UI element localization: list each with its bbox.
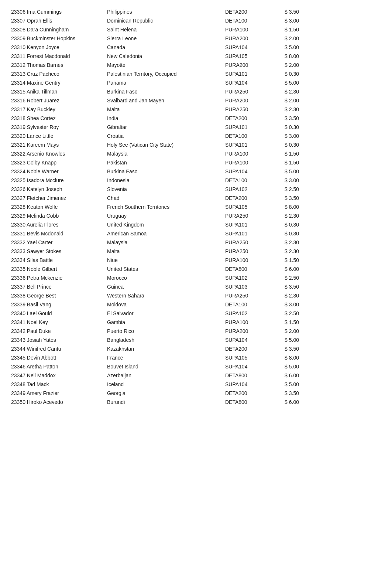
row-name: 23325 Isadora Mcclure [11, 177, 107, 183]
table-row: 23339 Basil VangMoldovaDETA100$ 3.00 [11, 300, 381, 309]
row-country: Saint Helena [107, 27, 225, 33]
row-price: $ 2.30 [269, 239, 299, 245]
row-plan: PURA250 [225, 89, 269, 95]
row-country: Sierra Leone [107, 35, 225, 41]
data-table: 23306 Ima CummingsPhilippinesDETA200$ 3.… [11, 7, 381, 406]
table-row: 23350 Hiroko AcevedoBurundiDETA800$ 6.00 [11, 398, 381, 406]
row-price: $ 5.00 [269, 80, 299, 86]
row-price: $ 3.00 [269, 133, 299, 139]
row-country: Gibraltar [107, 124, 225, 130]
row-name: 23319 Sylvester Roy [11, 124, 107, 130]
row-plan: DETA100 [225, 133, 269, 139]
row-price: $ 3.50 [269, 115, 299, 121]
row-name: 23329 Melinda Cobb [11, 213, 107, 219]
row-price: $ 0.30 [269, 142, 299, 148]
row-name: 23323 Colby Knapp [11, 160, 107, 166]
row-plan: SUPA104 [225, 169, 269, 174]
row-plan: PURA250 [225, 239, 269, 245]
row-price: $ 1.50 [269, 151, 299, 157]
row-plan: SUPA105 [225, 53, 269, 59]
row-country: Kazakhstan [107, 346, 225, 352]
row-name: 23313 Cruz Pacheco [11, 71, 107, 77]
row-name: 23306 Ima Cummings [11, 9, 107, 15]
row-name: 23344 Winifred Cantu [11, 346, 107, 352]
table-row: 23325 Isadora McclureIndonesiaDETA100$ 3… [11, 176, 381, 185]
row-plan: SUPA101 [225, 231, 269, 237]
row-country: Malta [107, 248, 225, 254]
row-plan: PURA100 [225, 257, 269, 263]
row-country: Malaysia [107, 151, 225, 157]
row-plan: SUPA102 [225, 310, 269, 316]
row-plan: SUPA101 [225, 222, 269, 228]
row-country: Azerbaijan [107, 372, 225, 378]
row-country: Panama [107, 80, 225, 86]
row-plan: DETA800 [225, 372, 269, 378]
row-country: Palestinian Territory, Occupied [107, 71, 225, 77]
row-name: 23318 Shea Cortez [11, 115, 107, 121]
row-plan: DETA200 [225, 115, 269, 121]
table-row: 23330 Aurelia FloresUnited KingdomSUPA10… [11, 220, 381, 229]
row-name: 23347 Nell Maddox [11, 372, 107, 378]
table-row: 23306 Ima CummingsPhilippinesDETA200$ 3.… [11, 7, 381, 16]
table-row: 23310 Kenyon JoyceCanadaSUPA104$ 5.00 [11, 43, 381, 52]
table-row: 23308 Dara CunninghamSaint HelenaPURA100… [11, 25, 381, 34]
row-name: 23345 Devin Abbott [11, 355, 107, 361]
row-plan: DETA200 [225, 195, 269, 201]
row-price: $ 2.30 [269, 89, 299, 95]
row-name: 23328 Keaton Wolfe [11, 204, 107, 210]
row-price: $ 2.50 [269, 186, 299, 192]
row-country: Canada [107, 44, 225, 50]
table-row: 23331 Bevis McdonaldAmerican SamoaSUPA10… [11, 229, 381, 238]
row-country: Puerto Rico [107, 328, 225, 334]
row-country: American Samoa [107, 231, 225, 237]
table-row: 23326 Katelyn JosephSloveniaSUPA102$ 2.5… [11, 185, 381, 194]
table-row: 23319 Sylvester RoyGibraltarSUPA101$ 0.3… [11, 123, 381, 132]
row-country: Malaysia [107, 239, 225, 245]
row-plan: DETA800 [225, 399, 269, 405]
row-country: Burundi [107, 399, 225, 405]
row-name: 23346 Aretha Patton [11, 364, 107, 370]
row-country: Mayotte [107, 62, 225, 68]
table-row: 23307 Oprah EllisDominican RepublicDETA1… [11, 16, 381, 25]
row-name: 23334 Silas Battle [11, 257, 107, 263]
row-price: $ 8.00 [269, 204, 299, 210]
row-country: Dominican Republic [107, 18, 225, 24]
row-name: 23309 Buckminster Hopkins [11, 35, 107, 41]
row-name: 23333 Sawyer Stokes [11, 248, 107, 254]
row-name: 23324 Noble Warner [11, 169, 107, 174]
table-row: 23320 Lance LittleCroatiaDETA100$ 3.00 [11, 132, 381, 140]
row-plan: PURA250 [225, 106, 269, 112]
row-plan: SUPA102 [225, 186, 269, 192]
table-row: 23316 Robert JuarezSvalbard and Jan Maye… [11, 96, 381, 105]
row-country: Western Sahara [107, 293, 225, 299]
row-country: Moldova [107, 302, 225, 307]
row-price: $ 3.00 [269, 18, 299, 24]
row-plan: PURA100 [225, 160, 269, 166]
table-row: 23321 Kareem MaysHoly See (Vatican City … [11, 140, 381, 149]
table-row: 23342 Paul DukePuerto RicoPURA200$ 2.00 [11, 327, 381, 336]
row-name: 23330 Aurelia Flores [11, 222, 107, 228]
row-plan: PURA100 [225, 27, 269, 33]
row-plan: SUPA101 [225, 124, 269, 130]
table-row: 23347 Nell MaddoxAzerbaijanDETA800$ 6.00 [11, 371, 381, 380]
row-plan: DETA200 [225, 346, 269, 352]
row-plan: PURA100 [225, 319, 269, 325]
row-country: Iceland [107, 381, 225, 387]
row-plan: DETA100 [225, 18, 269, 24]
row-price: $ 2.00 [269, 328, 299, 334]
table-row: 23336 Petra MckenzieMoroccoSUPA102$ 2.50 [11, 273, 381, 282]
row-price: $ 6.00 [269, 372, 299, 378]
row-plan: SUPA104 [225, 337, 269, 343]
row-name: 23314 Maxine Gentry [11, 80, 107, 86]
table-row: 23334 Silas BattleNiuePURA100$ 1.50 [11, 256, 381, 265]
row-name: 23335 Noble Gilbert [11, 266, 107, 272]
table-row: 23343 Josiah YatesBangladeshSUPA104$ 5.0… [11, 336, 381, 344]
row-price: $ 2.50 [269, 275, 299, 281]
row-country: Georgia [107, 390, 225, 396]
row-country: Chad [107, 195, 225, 201]
row-name: 23337 Bell Prince [11, 284, 107, 290]
row-name: 23327 Fletcher Jimenez [11, 195, 107, 201]
row-country: United States [107, 266, 225, 272]
row-name: 23310 Kenyon Joyce [11, 44, 107, 50]
row-name: 23342 Paul Duke [11, 328, 107, 334]
